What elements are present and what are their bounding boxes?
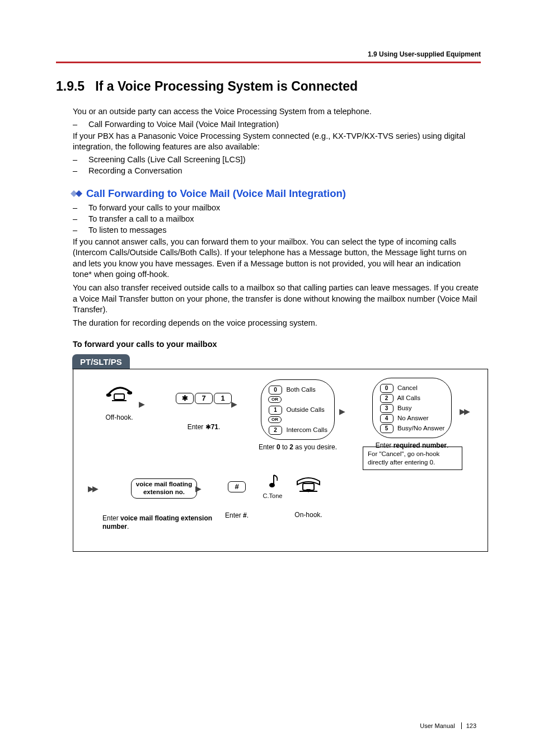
svg-point-2 <box>106 393 111 397</box>
opt-key-1: 1 <box>269 406 282 415</box>
sub-para1: If you cannot answer calls, you can forw… <box>73 237 481 280</box>
diamond-icon <box>71 190 83 198</box>
footer-page: 123 <box>461 722 476 729</box>
breadcrumb: 1.9 Using User-supplied Equipment <box>368 50 481 58</box>
key-hash: # <box>228 481 246 492</box>
para-2: If your PBX has a Panasonic Voice Proces… <box>73 131 481 153</box>
intro-text: You or an outside party can access the V… <box>73 106 481 118</box>
offhook-caption: Off-hook. <box>91 414 147 422</box>
key-7: 7 <box>195 393 213 404</box>
ctone-label: C.Tone <box>256 492 289 499</box>
music-note-icon <box>266 482 279 491</box>
svg-marker-1 <box>76 190 82 197</box>
sub-heading-link[interactable]: Call Forwarding to Voice Mail (Voice Mai… <box>86 187 346 199</box>
page-footer: User Manual 123 <box>420 722 481 729</box>
svg-point-6 <box>269 483 275 487</box>
step-onhook: On-hook. <box>286 476 331 520</box>
star-icon: ✱ <box>205 423 211 431</box>
sub-heading: Call Forwarding to Voice Mail (Voice Mai… <box>71 187 481 200</box>
step-options2: 0 Cancel 2 All Calls 3 Busy 4 No Answer … <box>359 378 465 450</box>
vm-ext-box: voice mail floating extension no. <box>131 478 197 499</box>
device-tab: PT/SLT/PS <box>72 354 130 369</box>
svg-rect-4 <box>114 394 124 400</box>
step-hash: # Enter #. <box>214 481 259 520</box>
double-arrow-icon: ▶▶ <box>460 407 469 416</box>
phone-onhook-icon <box>294 487 323 496</box>
onhook-caption: On-hook. <box>286 511 331 520</box>
arrow-icon: ▶ <box>139 400 145 408</box>
opt2-key-0: 0 <box>380 384 394 393</box>
opt-key-2: 2 <box>269 426 282 435</box>
key-star: ✱ <box>176 393 194 404</box>
step-ctone: C.Tone <box>256 473 289 499</box>
procedure-diagram: Off-hook. ▶ ✱71 Enter ✱71. ▶ 0 Both Call… <box>73 369 488 552</box>
bullet-3: –Recording a Conversation <box>73 166 481 175</box>
sub-b3: –To listen to messages <box>73 226 481 234</box>
svg-point-3 <box>127 391 132 395</box>
options2-balloon: 0 Cancel 2 All Calls 3 Busy 4 No Answer … <box>372 378 452 438</box>
bullet-2: –Screening Calls (Live Call Screening [L… <box>73 155 481 164</box>
step-vm-ext: voice mail floating extension no. Enter … <box>108 478 220 532</box>
sub-para2: You can also transfer received outside c… <box>73 283 481 316</box>
cancel-note: For "Cancel", go on-hook directly after … <box>363 447 462 470</box>
opt-key-0: 0 <box>269 386 282 395</box>
phone-offhook-icon <box>106 395 132 403</box>
opt2-key-5: 5 <box>380 424 394 433</box>
key-1: 1 <box>214 393 232 404</box>
section-title: 1.9.5 If a Voice Processing System is Co… <box>56 79 481 94</box>
vm-ext-caption: Enter voice mail floating extension numb… <box>102 514 220 532</box>
step-options1: 0 Both Calls OR 1 Outside Calls OR 2 Int… <box>245 379 351 452</box>
sub-b1: –To forward your calls to your mailbox <box>73 203 481 212</box>
sub-para3: The duration for recording depends on th… <box>73 318 481 329</box>
section-title-text: If a Voice Processing System is Connecte… <box>95 79 358 93</box>
or-pill: OR <box>268 416 282 423</box>
options1-caption: Enter 0 to 2 as you desire. <box>245 443 351 452</box>
arrow-icon: ▶ <box>339 407 345 416</box>
section-number: 1.9.5 <box>56 79 85 93</box>
arrow-icon: ▶ <box>231 400 237 408</box>
arrow-icon: ▶ <box>195 484 202 493</box>
opt2-key-4: 4 <box>380 414 394 423</box>
opt2-key-2: 2 <box>380 394 394 403</box>
procedure-title: To forward your calls to your mailbox <box>73 340 481 349</box>
double-arrow-icon: ▶▶ <box>88 484 97 493</box>
footer-label: User Manual <box>420 722 455 729</box>
step-enter71: ✱71 Enter ✱71. <box>156 393 251 432</box>
page-header: 1.9 Using User-supplied Equipment <box>56 50 481 63</box>
hash-caption: Enter #. <box>214 511 259 520</box>
enter71-caption: Enter ✱71. <box>156 423 251 432</box>
options1-balloon: 0 Both Calls OR 1 Outside Calls OR 2 Int… <box>261 379 335 440</box>
opt2-key-3: 3 <box>380 404 394 413</box>
or-pill: OR <box>268 396 282 403</box>
sub-b2: –To transfer a call to a mailbox <box>73 214 481 223</box>
bullet-1: –Call Forwarding to Voice Mail (Voice Ma… <box>73 120 481 129</box>
